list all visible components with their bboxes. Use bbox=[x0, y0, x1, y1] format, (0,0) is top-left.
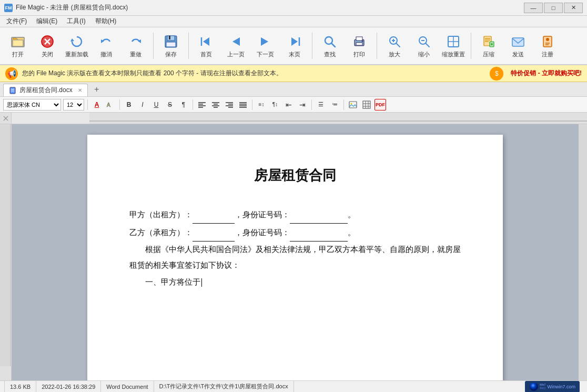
svg-point-43 bbox=[546, 38, 549, 41]
zoom-in-button[interactable]: 放大 bbox=[381, 31, 408, 61]
svg-rect-46 bbox=[10, 87, 15, 94]
font-selector[interactable]: 思源宋体 CN bbox=[3, 99, 61, 110]
menu-file[interactable]: 文件(F) bbox=[2, 16, 31, 27]
svg-marker-14 bbox=[232, 37, 240, 46]
svg-rect-9 bbox=[167, 36, 175, 41]
align-justify-button[interactable] bbox=[237, 99, 249, 110]
main-area: 房屋租赁合同 甲方（出租方）： ，身份证号码： 。 乙方（承租方）： ，身份证号… bbox=[0, 124, 587, 380]
insert-table-button[interactable] bbox=[361, 99, 372, 110]
underline-button[interactable]: U bbox=[150, 99, 162, 110]
font-size-selector[interactable]: 12 bbox=[63, 99, 84, 110]
ruler-scale bbox=[89, 113, 587, 124]
svg-rect-66 bbox=[349, 102, 357, 108]
document-page: 房屋租赁合同 甲方（出租方）： ，身份证号码： 。 乙方（承租方）： ，身份证号… bbox=[87, 135, 503, 380]
page-ruler bbox=[0, 124, 12, 380]
svg-rect-10 bbox=[169, 36, 170, 39]
svg-text:系统之家: 系统之家 bbox=[540, 387, 546, 389]
indent-inc-button[interactable]: ⇥ bbox=[297, 99, 308, 110]
redo-button[interactable]: 重做 bbox=[122, 31, 149, 61]
status-filetype: Word Document bbox=[101, 381, 154, 392]
svg-line-30 bbox=[426, 43, 429, 47]
ruler bbox=[0, 113, 587, 124]
document-container[interactable]: 房屋租赁合同 甲方（出租方）： ，身份证号码： 。 乙方（承租方）： ，身份证号… bbox=[12, 124, 579, 380]
banner: 📢 您的 File Magic 演示版在查看文本时限制只能查看 200 个字符 … bbox=[0, 65, 587, 82]
svg-point-67 bbox=[351, 103, 352, 104]
font-color-button[interactable]: A bbox=[91, 99, 103, 110]
close-doc-button[interactable]: 关闭 bbox=[34, 31, 61, 61]
open-button[interactable]: 打开 bbox=[4, 31, 32, 61]
new-tab-button[interactable]: + bbox=[91, 84, 103, 95]
svg-rect-22 bbox=[356, 43, 362, 45]
doc-section-1: 一、甲方将位于 bbox=[129, 273, 461, 290]
svg-text:Win7: Win7 bbox=[540, 383, 546, 386]
status-date: 2022-01-26 16:38:29 bbox=[36, 381, 101, 392]
menu-edit[interactable]: 编辑(E) bbox=[32, 16, 62, 27]
align-center-button[interactable] bbox=[210, 99, 221, 110]
party-a-line: 甲方（出租方）： ，身份证号码： 。 bbox=[129, 206, 461, 224]
svg-rect-41 bbox=[512, 38, 524, 46]
svg-line-27 bbox=[396, 43, 400, 47]
menu-help[interactable]: 帮助(H) bbox=[91, 16, 121, 27]
tab-bar: 房屋租赁合同.docx ✕ + bbox=[0, 82, 587, 97]
compress-button[interactable]: 压缩 bbox=[475, 31, 502, 61]
reload-button[interactable]: 重新加载 bbox=[63, 31, 90, 61]
status-filepath: D:\T作记录文件\T作文件\文件1\房屋租赁合同.docx bbox=[154, 381, 294, 392]
promo-icon: $ bbox=[490, 67, 503, 81]
last-page-button[interactable]: 末页 bbox=[281, 31, 308, 61]
save-button[interactable]: 保存 bbox=[157, 31, 185, 61]
status-bar: 13.6 KB 2022-01-26 16:38:29 Word Documen… bbox=[0, 380, 587, 392]
numbered-list-button[interactable]: ≔ bbox=[329, 99, 340, 110]
document-title: 房屋租赁合同 bbox=[129, 166, 461, 185]
title-bar: FM File Magic - 未注册 (房屋租赁合同.docx) — □ ✕ bbox=[0, 0, 587, 16]
svg-rect-11 bbox=[166, 42, 176, 47]
highlight-button[interactable]: A bbox=[105, 99, 116, 110]
maximize-button[interactable]: □ bbox=[544, 3, 563, 13]
tab-label: 房屋租赁合同.docx bbox=[19, 86, 73, 95]
close-button[interactable]: ✕ bbox=[564, 3, 583, 13]
tab-close-button[interactable]: ✕ bbox=[78, 87, 82, 93]
fit-button[interactable]: 缩放重置 bbox=[440, 31, 467, 61]
menu-bar: 文件(F) 编辑(E) 工具(I) 帮助(H) bbox=[0, 16, 587, 27]
find-button[interactable]: 查找 bbox=[316, 31, 343, 61]
pdf-button[interactable]: PDF bbox=[375, 99, 386, 110]
svg-marker-15 bbox=[261, 37, 268, 46]
app-icon: FM bbox=[4, 4, 13, 12]
bullet-list-button[interactable]: ☰ bbox=[315, 99, 327, 110]
document-tab[interactable]: 房屋租赁合同.docx ✕ bbox=[3, 84, 88, 96]
align-right-button[interactable] bbox=[224, 99, 235, 110]
align-left-button[interactable] bbox=[196, 99, 208, 110]
prev-page-button[interactable]: 上一页 bbox=[222, 31, 249, 61]
svg-rect-21 bbox=[356, 37, 362, 41]
banner-icon: 📢 bbox=[5, 67, 18, 80]
menu-tools[interactable]: 工具(I) bbox=[63, 16, 89, 27]
svg-line-19 bbox=[331, 43, 335, 47]
minimize-button[interactable]: — bbox=[524, 3, 543, 13]
win7-logo-area: Win7 系统之家 Winwin7.com bbox=[525, 381, 580, 393]
strikethrough-button[interactable]: S bbox=[164, 99, 176, 110]
svg-rect-73 bbox=[89, 113, 587, 124]
svg-rect-1 bbox=[13, 40, 23, 46]
para-spacing-button[interactable]: ¶↕ bbox=[269, 99, 281, 110]
italic-button[interactable]: I bbox=[137, 99, 148, 110]
svg-point-79 bbox=[530, 383, 538, 391]
zoom-out-button[interactable]: 缩小 bbox=[410, 31, 438, 61]
win7-orb: Win7 系统之家 bbox=[529, 382, 546, 391]
doc-paragraph-1: 根据《中华人民共和国合同法》及相关法律法规，甲乙双方本着平等、自愿的原则，就房屋… bbox=[129, 242, 461, 273]
indent-dec-button[interactable]: ⇤ bbox=[283, 99, 295, 110]
svg-text:A: A bbox=[107, 102, 110, 108]
line-spacing-button[interactable]: ≡↕ bbox=[256, 99, 267, 110]
scrollbar[interactable] bbox=[579, 124, 587, 380]
send-button[interactable]: 发送 bbox=[504, 31, 532, 61]
next-page-button[interactable]: 下一页 bbox=[251, 31, 279, 61]
insert-image-button[interactable] bbox=[347, 99, 359, 110]
svg-rect-68 bbox=[363, 101, 370, 108]
register-button[interactable]: 注册 bbox=[534, 31, 561, 61]
first-page-button[interactable]: 首页 bbox=[193, 31, 220, 61]
svg-marker-13 bbox=[203, 37, 209, 46]
toolbar: 打开 关闭 重新加载 bbox=[0, 27, 587, 65]
undo-button[interactable]: 撤消 bbox=[93, 31, 120, 61]
text-cursor bbox=[201, 278, 202, 287]
paragraph-button[interactable]: ¶ bbox=[178, 99, 189, 110]
bold-button[interactable]: B bbox=[123, 99, 135, 110]
print-button[interactable]: 打印 bbox=[346, 31, 373, 61]
